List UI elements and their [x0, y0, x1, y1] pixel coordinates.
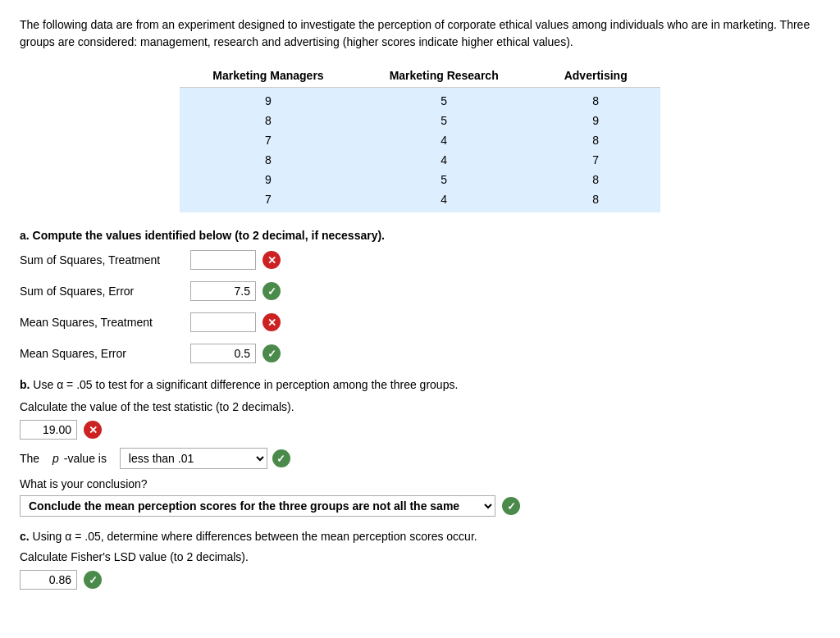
data-table: Marketing Managers Marketing Research Ad… — [180, 64, 660, 212]
test-stat-row: ✕ — [20, 420, 820, 440]
intro-text: The following data are from an experimen… — [20, 16, 820, 51]
test-stat-status-icon: ✕ — [84, 421, 102, 439]
conclusion-row: Conclude the mean perception scores for … — [20, 495, 820, 517]
test-stat-input[interactable] — [20, 420, 77, 440]
pvalue-status-icon: ✓ — [272, 449, 290, 467]
fisher-row: ✓ — [20, 570, 820, 590]
table-cell: 7 — [532, 150, 660, 170]
col-header-advertising: Advertising — [532, 64, 660, 88]
table-cell: 8 — [532, 130, 660, 150]
table-cell: 9 — [532, 111, 660, 130]
field-row-mst: Mean Squares, Treatment✕ — [20, 312, 820, 332]
table-cell: 5 — [357, 111, 532, 130]
error-icon: ✕ — [84, 421, 102, 439]
conclusion-select[interactable]: Conclude the mean perception scores for … — [20, 495, 495, 517]
table-cell: 9 — [180, 170, 356, 189]
pvalue-prefix: The — [20, 452, 39, 465]
table-cell: 8 — [532, 189, 660, 212]
what-conclusion-label: What is your conclusion? — [20, 477, 820, 490]
table-cell: 8 — [532, 88, 660, 112]
table-cell: 4 — [357, 150, 532, 170]
check-icon: ✓ — [502, 497, 520, 515]
field-row-sse: Sum of Squares, Error✓ — [20, 281, 820, 301]
table-cell: 5 — [357, 170, 532, 189]
table-cell: 8 — [180, 111, 356, 130]
check-icon: ✓ — [262, 344, 281, 362]
col-header-managers: Marketing Managers — [180, 64, 356, 88]
check-icon: ✓ — [262, 282, 281, 300]
part-c-text: c. Using α = .05, determine where differ… — [20, 528, 820, 545]
field-row-sst: Sum of Squares, Treatment✕ — [20, 250, 820, 270]
table-cell: 8 — [180, 150, 356, 170]
field-row-mse: Mean Squares, Error✓ — [20, 344, 820, 363]
field-input-mst[interactable] — [190, 312, 256, 332]
pvalue-italic: p — [52, 452, 59, 465]
field-input-mse[interactable] — [190, 344, 256, 363]
conclusion-status-icon: ✓ — [502, 497, 520, 515]
table-cell: 5 — [357, 88, 532, 112]
field-label-sse: Sum of Squares, Error — [20, 285, 184, 298]
field-label-mse: Mean Squares, Error — [20, 347, 184, 360]
part-a-label: a. Compute the values identified below (… — [20, 229, 820, 242]
table-cell: 4 — [357, 189, 532, 212]
fisher-status-icon: ✓ — [84, 571, 102, 589]
fisher-input[interactable] — [20, 570, 77, 590]
check-icon: ✓ — [84, 571, 102, 589]
table-cell: 7 — [180, 189, 356, 212]
check-icon: ✓ — [272, 449, 290, 467]
col-header-research: Marketing Research — [357, 64, 532, 88]
pvalue-row: The p-value is less than .01.01 to .025.… — [20, 448, 820, 469]
table-cell: 4 — [357, 130, 532, 150]
part-b-text: b. Use α = .05 to test for a significant… — [20, 376, 820, 394]
pvalue-suffix: -value is — [64, 452, 107, 465]
pvalue-select[interactable]: less than .01.01 to .025.025 to .05.05 t… — [120, 448, 267, 469]
error-icon: ✕ — [262, 251, 281, 269]
error-icon: ✕ — [262, 313, 281, 331]
field-input-sst[interactable] — [190, 250, 256, 270]
table-cell: 9 — [180, 88, 356, 112]
table-cell: 7 — [180, 130, 356, 150]
calc-label-b: Calculate the value of the test statisti… — [20, 400, 820, 413]
field-label-sst: Sum of Squares, Treatment — [20, 253, 184, 267]
field-label-mst: Mean Squares, Treatment — [20, 316, 184, 329]
calc-label-c: Calculate Fisher's LSD value (to 2 decim… — [20, 550, 820, 563]
table-cell: 8 — [532, 170, 660, 189]
field-input-sse[interactable] — [190, 281, 256, 301]
